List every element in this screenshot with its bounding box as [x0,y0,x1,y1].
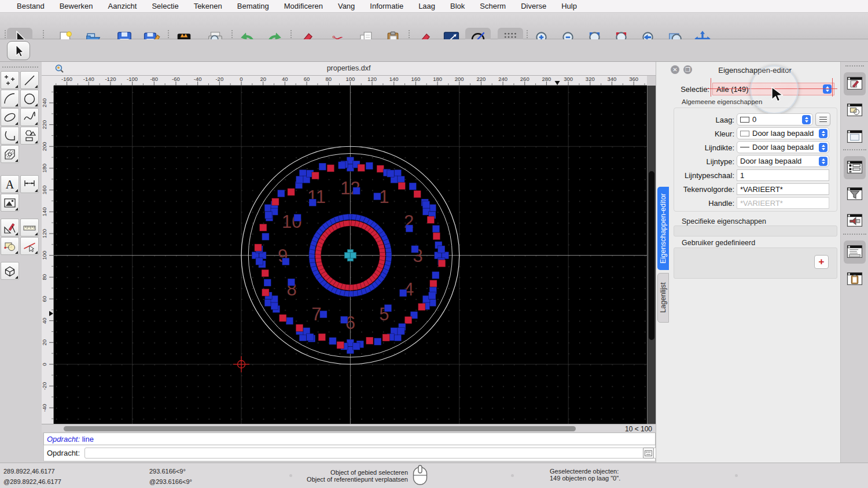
library-window-toggle[interactable] [844,125,866,149]
menu-bewerken[interactable]: Bewerken [52,2,101,10]
notify-window-toggle[interactable] [844,209,866,232]
clipboard-window-toggle[interactable] [844,268,866,291]
spline-tool-button[interactable] [20,108,39,126]
svg-text:300: 300 [564,76,573,82]
svg-text:20: 20 [260,76,266,82]
layer-dropdown[interactable]: 0 [737,113,813,125]
document-tabbar: properties.dxf [42,62,656,76]
tab-properties-editor[interactable]: Eigenschappen-editor [657,187,669,270]
properties-panel: ✕ ❐ Eigenschappen-editor Selectie: Alle … [656,62,840,463]
block-window-toggle[interactable] [844,99,866,122]
menu-laag[interactable]: Laag [411,2,443,10]
menu-bestand[interactable]: Bestand [9,2,52,10]
dimension-tool-button[interactable] [20,175,39,193]
linetype-spinner-icon[interactable] [819,157,827,166]
tab-layer-list[interactable]: Lagenlijst [657,273,669,323]
selection-spinner-icon[interactable] [823,84,832,94]
menu-vang[interactable]: Vang [330,2,362,10]
linetype-dropdown[interactable]: Door laag bepaald [737,155,829,167]
draw-window-toggle[interactable] [844,72,866,95]
select-entity-tool-button[interactable] [20,237,39,255]
property-list-window-toggle[interactable] [844,156,866,179]
command-log-value: line [82,435,94,443]
selection-status-title: Geselecteerde objecten: [550,468,619,475]
svg-text:160: 160 [42,186,47,195]
menu-tekenen[interactable]: Tekenen [186,2,230,10]
vertical-scroll-thumb[interactable] [649,171,654,340]
text-tool-button[interactable]: A [1,175,19,193]
layer-menu-button[interactable] [815,113,830,126]
mouse-icon [412,464,428,486]
linetype-value: Door laag bepaald [740,157,816,165]
drawing-canvas[interactable]: 123456789101112 [54,86,647,424]
draworder-input[interactable]: *VARIEERT* [737,183,829,195]
handle-input[interactable]: *VARIEERT* [737,197,829,209]
block-tool-button[interactable] [1,237,19,255]
command-keyboard-button[interactable] [643,448,654,459]
measure-tool-button[interactable] [20,219,39,236]
image-tool-button[interactable] [1,194,19,212]
svg-text:140: 140 [389,76,399,82]
hatch-tool-button[interactable] [1,145,19,163]
filter-window-toggle[interactable] [844,183,866,206]
svg-text:200: 200 [455,76,464,82]
svg-text:-20: -20 [215,76,223,82]
panel-header: ✕ ❐ Eigenschappen-editor [669,65,841,75]
document-tab-title[interactable]: properties.dxf [42,64,656,72]
svg-text:A: A [6,178,14,191]
menu-modificeren[interactable]: Modificeren [277,2,330,10]
canvas-vertical-scrollbar[interactable] [647,86,656,424]
svg-text:-160: -160 [61,76,72,82]
vertical-ruler: -40-20020406080100120140160180200220240 [42,86,54,424]
select-tool-button[interactable] [7,41,30,60]
linewidth-dropdown[interactable]: Door laag bepaald [737,141,829,153]
menu-selectie[interactable]: Selectie [144,2,186,10]
linewidth-spinner-icon[interactable] [819,143,827,152]
line-tool-button[interactable] [20,71,39,89]
menu-bemating[interactable]: Bemating [230,2,277,10]
user-defined-section-label: Gebruiker gedefinieerd [682,239,755,247]
svg-text:-140: -140 [83,76,94,82]
menu-scherm[interactable]: Scherm [472,2,513,10]
color-dropdown[interactable]: Door laag bepaald [737,127,829,139]
command-bar: Opdracht: [43,445,656,461]
canvas-horizontal-scrollbar[interactable]: 10 < 100 [42,424,656,432]
general-section-label: Algemeene eigenschappen [682,98,762,105]
property-list-window-icon [846,159,863,176]
polyline-tool-button[interactable] [1,127,19,145]
linewidth-label: Lijndikte: [671,143,734,152]
ruler-corner [42,76,54,86]
menu-diverse[interactable]: Diverse [513,2,554,10]
layer-label: Laag: [671,116,734,124]
circle-tool-button[interactable] [20,90,39,108]
modify-tool-button[interactable] [1,219,19,236]
layer-swatch [740,117,749,123]
filter-window-icon [846,186,863,203]
linetypescale-label: Lijntypeschaal: [671,171,734,180]
arc-tool-button[interactable] [1,90,19,108]
ellipse-tool-button[interactable] [1,108,19,126]
dock-strip [840,62,868,463]
clipboard-window-icon [846,271,863,288]
command-input[interactable] [84,448,681,459]
color-spinner-icon[interactable] [819,129,827,138]
polygon-tool-button[interactable] [20,127,39,145]
statusbar: 289.8922,46.6177 @289.8922,46.6177 293.6… [0,463,868,488]
box3d-tool-button[interactable] [1,262,19,280]
palette-drag-handle[interactable] [2,66,38,68]
dock-drag-handle[interactable] [845,65,864,66]
relative-polar-coordinates: @293.6166<9° [149,478,192,485]
points-tool-button[interactable] [1,71,19,89]
command-window-toggle[interactable] [844,241,866,264]
hruler-cursor-marker [555,81,560,85]
svg-text:0: 0 [42,363,47,365]
menu-aanzicht[interactable]: Aanzicht [101,2,145,10]
layer-spinner-icon[interactable] [802,115,811,124]
menu-informatie[interactable]: Informatie [362,2,411,10]
menu-blok[interactable]: Blok [443,2,472,10]
linetypescale-input[interactable]: 1 [737,169,829,181]
menu-hulp[interactable]: Hulp [554,2,584,10]
horizontal-scroll-thumb[interactable] [64,426,576,431]
right-click-hint: Object of referentiepunt verplaatsen [249,476,408,483]
add-property-button[interactable]: + [814,255,829,269]
